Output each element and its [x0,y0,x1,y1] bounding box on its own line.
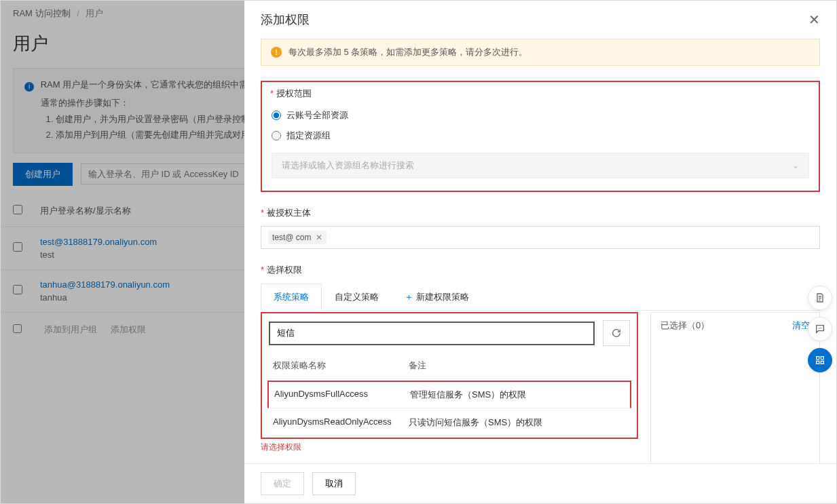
warning-icon: ! [271,47,282,58]
document-icon [815,292,825,303]
subject-input[interactable]: test@ com ✕ [261,226,820,249]
refresh-button[interactable] [603,320,630,346]
scope-all-label: 云账号全部资源 [286,109,348,121]
policy-left: 权限策略名称 备注 AliyunDysmsFullAccess 管理短信服务（S… [261,312,638,453]
scope-label: *授权范围 [262,82,819,100]
policy-col-name: 权限策略名称 [273,360,409,372]
svg-point-2 [821,328,821,328]
scope-radio-all[interactable]: 云账号全部资源 [272,105,809,125]
svg-point-1 [819,328,820,328]
scope-section: *授权范围 云账号全部资源 指定资源组 请选择或输入资源组名称进行搜索 ⌄ [261,81,820,192]
svg-rect-5 [817,361,819,364]
float-buttons [808,286,832,372]
subject-label: *被授权主体 [261,207,820,219]
drawer-footer: 确定 取消 [244,463,836,503]
policy-row[interactable]: AliyunDysmsFullAccess 管理短信服务（SMS）的权限 [267,381,631,408]
remove-tag-icon[interactable]: ✕ [316,233,322,242]
policy-highlight-box: 权限策略名称 备注 AliyunDysmsFullAccess 管理短信服务（S… [261,312,638,439]
drawer-header: 添加权限 ✕ [244,1,836,39]
float-chat-button[interactable] [808,317,832,341]
svg-rect-4 [821,357,823,360]
selected-policy-panel: 已选择（0） 清空 [650,312,820,463]
chat-icon [815,324,825,334]
chevron-down-icon: ⌄ [792,161,799,170]
subject-tag-text: test@ com [272,233,312,242]
policy-tabs: 系统策略 自定义策略 ＋ 新建权限策略 [261,283,820,311]
tab-create-policy[interactable]: ＋ 新建权限策略 [392,284,482,311]
policy-col-note: 备注 [409,360,626,372]
svg-point-0 [818,328,819,328]
alert-box: ! 每次最多添加 5 条策略，如需添加更多策略，请分多次进行。 [261,39,820,66]
policy-section: *选择权限 系统策略 自定义策略 ＋ 新建权限策略 [261,264,820,463]
svg-rect-3 [817,357,819,360]
policy-name: AliyunDysmsFullAccess [274,389,410,401]
apps-icon [815,355,825,366]
confirm-button[interactable]: 确定 [261,472,304,495]
plus-icon: ＋ [405,292,416,302]
selected-count-label: 已选择（0） [661,319,709,332]
drawer-title: 添加权限 [261,12,310,28]
resource-placeholder: 请选择或输入资源组名称进行搜索 [282,159,414,172]
selected-panel-header: 已选择（0） 清空 [651,313,819,338]
policy-row[interactable]: AliyunDysmsReadOnlyAccess 只读访问短信服务（SMS）的… [267,410,631,436]
radio-group[interactable] [272,131,281,140]
policy-note: 只读访问短信服务（SMS）的权限 [409,416,626,429]
subject-tag: test@ com ✕ [268,231,327,244]
drawer-body: ! 每次最多添加 5 条策略，如需添加更多策略，请分多次进行。 *授权范围 云账… [244,39,836,463]
subject-section: *被授权主体 test@ com ✕ [261,207,820,249]
permission-drawer: 添加权限 ✕ ! 每次最多添加 5 条策略，如需添加更多策略，请分多次进行。 *… [244,1,836,503]
tab-system-policy[interactable]: 系统策略 [261,284,322,311]
policy-name: AliyunDysmsReadOnlyAccess [273,416,409,429]
scope-group-label: 指定资源组 [286,130,331,142]
policy-note: 管理短信服务（SMS）的权限 [410,389,625,401]
resource-group-select[interactable]: 请选择或输入资源组名称进行搜索 ⌄ [272,153,809,178]
policy-label: *选择权限 [261,264,820,276]
float-apps-button[interactable] [808,348,832,372]
refresh-icon [611,328,622,338]
policy-area: 权限策略名称 备注 AliyunDysmsFullAccess 管理短信服务（S… [261,312,820,463]
radio-all[interactable] [272,111,281,120]
policy-table-header: 权限策略名称 备注 [267,353,631,379]
close-icon[interactable]: ✕ [808,12,820,28]
float-doc-button[interactable] [808,286,832,310]
scope-radio-group[interactable]: 指定资源组 [272,125,809,146]
tab-custom-policy[interactable]: 自定义策略 [322,284,392,311]
policy-search-input[interactable] [269,322,595,345]
alert-text: 每次最多添加 5 条策略，如需添加更多策略，请分多次进行。 [289,46,527,58]
policy-error: 请选择权限 [261,442,638,453]
svg-rect-6 [821,361,823,364]
cancel-button[interactable]: 取消 [312,472,356,495]
